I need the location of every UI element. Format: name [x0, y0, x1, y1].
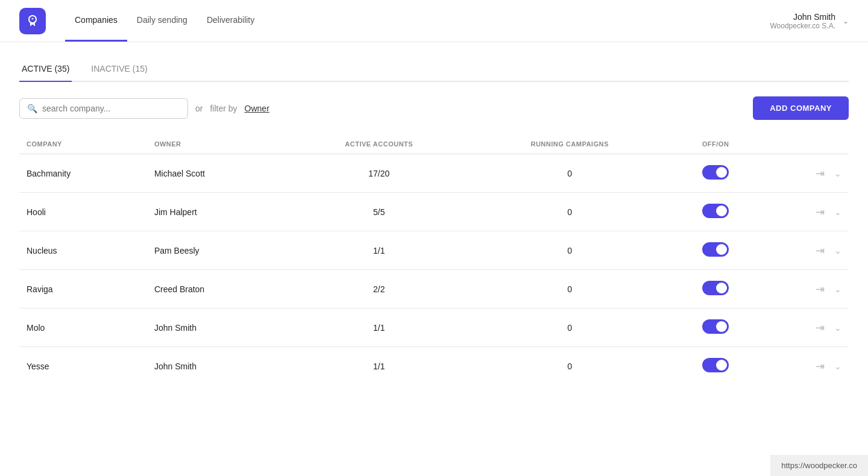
expand-row-icon[interactable]: ⌄	[834, 284, 841, 294]
toggle-switch[interactable]	[702, 165, 729, 180]
cell-running-campaigns: 0	[469, 270, 670, 308]
expand-row-icon[interactable]: ⌄	[834, 169, 841, 178]
expand-row-icon[interactable]: ⌄	[834, 207, 841, 217]
cell-toggle[interactable]	[670, 231, 761, 270]
cell-actions: ⇥ ⌄	[761, 347, 849, 386]
table-header: COMPANY OWNER ACTIVE ACCOUNTS RUNNING CA…	[19, 134, 849, 154]
cell-toggle[interactable]	[670, 270, 761, 308]
cell-owner: Michael Scott	[147, 154, 289, 193]
user-menu-chevron-icon: ⌄	[843, 17, 849, 25]
table-row: Molo John Smith 1/1 0 ⇥ ⌄	[19, 308, 849, 347]
toolbar: 🔍 or filter by Owner ADD COMPANY	[0, 82, 868, 134]
toggle-switch[interactable]	[702, 319, 729, 334]
cell-running-campaigns: 0	[469, 193, 670, 231]
cell-active-accounts: 17/20	[289, 154, 469, 193]
col-active-accounts: ACTIVE ACCOUNTS	[289, 134, 469, 154]
toggle-switch[interactable]	[702, 281, 729, 295]
cell-company: Raviga	[19, 270, 147, 308]
cell-toggle[interactable]	[670, 308, 761, 347]
cell-actions: ⇥ ⌄	[761, 308, 849, 347]
table-row: Yesse John Smith 1/1 0 ⇥ ⌄	[19, 347, 849, 386]
cell-actions: ⇥ ⌄	[761, 231, 849, 270]
toggle-switch[interactable]	[702, 358, 729, 372]
cell-company: Bachmanity	[19, 154, 147, 193]
table-row: Hooli Jim Halpert 5/5 0 ⇥ ⌄	[19, 193, 849, 231]
cell-active-accounts: 2/2	[289, 270, 469, 308]
nav-companies[interactable]: Companies	[65, 0, 127, 42]
col-actions	[761, 134, 849, 154]
tabs-section: ACTIVE (35) INACTIVE (15)	[0, 42, 868, 82]
cell-actions: ⇥ ⌄	[761, 193, 849, 231]
cell-owner: Pam Beesly	[147, 231, 289, 270]
user-info: John Smith Woodpecker.co S.A.	[770, 12, 835, 30]
col-running-campaigns: RUNNING CAMPAIGNS	[469, 134, 670, 154]
toggle-switch[interactable]	[702, 204, 729, 218]
cell-running-campaigns: 0	[469, 308, 670, 347]
cell-actions: ⇥ ⌄	[761, 154, 849, 193]
cell-running-campaigns: 0	[469, 347, 670, 386]
filter-owner-link[interactable]: Owner	[245, 104, 269, 113]
enter-company-icon[interactable]: ⇥	[816, 321, 825, 334]
companies-table: COMPANY OWNER ACTIVE ACCOUNTS RUNNING CA…	[0, 134, 868, 385]
expand-row-icon[interactable]: ⌄	[834, 323, 841, 333]
user-company: Woodpecker.co S.A.	[770, 22, 835, 30]
enter-company-icon[interactable]: ⇥	[816, 283, 825, 296]
tabs: ACTIVE (35) INACTIVE (15)	[19, 57, 849, 82]
tab-inactive[interactable]: INACTIVE (15)	[89, 57, 149, 82]
nav-deliverability[interactable]: Deliverability	[197, 0, 264, 42]
cell-active-accounts: 5/5	[289, 193, 469, 231]
search-box: 🔍	[19, 98, 188, 119]
enter-company-icon[interactable]: ⇥	[816, 360, 825, 373]
table-row: Nucleus Pam Beesly 1/1 0 ⇥ ⌄	[19, 231, 849, 270]
cell-active-accounts: 1/1	[289, 308, 469, 347]
tab-active[interactable]: ACTIVE (35)	[19, 57, 72, 82]
toggle-switch[interactable]	[702, 242, 729, 257]
cell-company: Hooli	[19, 193, 147, 231]
table-row: Bachmanity Michael Scott 17/20 0 ⇥ ⌄	[19, 154, 849, 193]
app-logo[interactable]	[19, 8, 46, 34]
col-company: COMPANY	[19, 134, 147, 154]
navbar: Companies Daily sending Deliverability J…	[0, 0, 868, 42]
expand-row-icon[interactable]: ⌄	[834, 362, 841, 371]
cell-active-accounts: 1/1	[289, 231, 469, 270]
add-company-button[interactable]: ADD COMPANY	[753, 96, 849, 120]
filter-by-text: filter by	[210, 104, 237, 113]
cell-owner: John Smith	[147, 308, 289, 347]
user-name: John Smith	[770, 12, 835, 22]
enter-company-icon[interactable]: ⇥	[816, 244, 825, 257]
cell-company: Yesse	[19, 347, 147, 386]
user-menu[interactable]: John Smith Woodpecker.co S.A. ⌄	[770, 12, 849, 30]
enter-company-icon[interactable]: ⇥	[816, 205, 825, 219]
cell-active-accounts: 1/1	[289, 347, 469, 386]
filter-or-text: or	[195, 104, 203, 113]
nav-links: Companies Daily sending Deliverability	[65, 0, 770, 42]
table-row: Raviga Creed Braton 2/2 0 ⇥ ⌄	[19, 270, 849, 308]
cell-company: Molo	[19, 308, 147, 347]
cell-owner: Jim Halpert	[147, 193, 289, 231]
cell-owner: Creed Braton	[147, 270, 289, 308]
cell-running-campaigns: 0	[469, 154, 670, 193]
nav-daily-sending[interactable]: Daily sending	[127, 0, 197, 42]
cell-toggle[interactable]	[670, 193, 761, 231]
cell-toggle[interactable]	[670, 347, 761, 386]
cell-owner: John Smith	[147, 347, 289, 386]
search-input[interactable]	[42, 104, 180, 113]
search-icon: 🔍	[27, 104, 37, 113]
cell-running-campaigns: 0	[469, 231, 670, 270]
cell-actions: ⇥ ⌄	[761, 270, 849, 308]
cell-toggle[interactable]	[670, 154, 761, 193]
enter-company-icon[interactable]: ⇥	[816, 167, 825, 180]
col-off-on: OFF/ON	[670, 134, 761, 154]
cell-company: Nucleus	[19, 231, 147, 270]
expand-row-icon[interactable]: ⌄	[834, 246, 841, 255]
col-owner: OWNER	[147, 134, 289, 154]
